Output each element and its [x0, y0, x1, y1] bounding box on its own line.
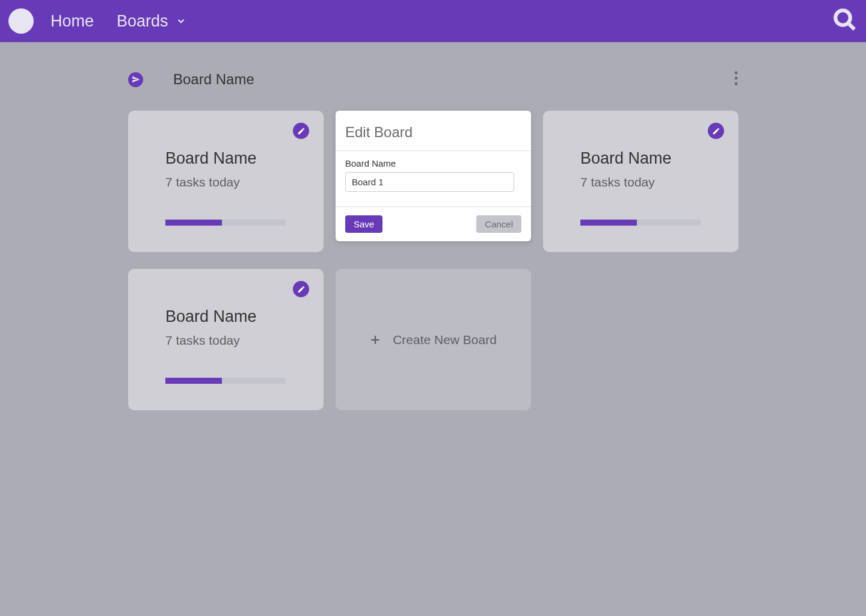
- board-card[interactable]: Board Name 7 tasks today: [128, 269, 324, 410]
- edit-modal-title: Edit Board: [345, 124, 521, 141]
- search-icon[interactable]: [832, 7, 858, 35]
- create-board-card[interactable]: Create New Board: [336, 269, 531, 410]
- board-name-input[interactable]: [345, 172, 514, 192]
- progress-fill: [165, 378, 222, 384]
- edit-button[interactable]: [293, 123, 309, 139]
- board-title: Board Name: [173, 71, 254, 88]
- top-navbar: Home Boards: [0, 0, 866, 42]
- nav-boards[interactable]: Boards: [117, 12, 186, 31]
- progress-bar: [165, 378, 286, 384]
- progress-bar: [580, 220, 701, 226]
- edit-board-modal: Edit Board Board Name Save Cancel: [336, 111, 531, 241]
- board-header: Board Name: [128, 71, 738, 88]
- progress-fill: [580, 220, 637, 226]
- progress-fill: [165, 220, 222, 226]
- cancel-button[interactable]: Cancel: [476, 215, 521, 233]
- edit-button[interactable]: [708, 123, 724, 139]
- edit-modal-header: Edit Board: [336, 111, 531, 151]
- card-title: Board Name: [165, 307, 306, 326]
- nav-home[interactable]: Home: [51, 12, 94, 31]
- cards-grid: Board Name 7 tasks today Edit Board Boar…: [128, 111, 738, 410]
- nav-boards-label: Boards: [117, 12, 168, 31]
- board-card[interactable]: Board Name 7 tasks today: [543, 111, 739, 252]
- svg-point-3: [735, 77, 738, 80]
- main-content: Board Name Board Name 7 tasks today Edit…: [0, 42, 866, 410]
- svg-line-1: [849, 23, 855, 29]
- edit-modal-footer: Save Cancel: [336, 207, 531, 241]
- board-name-label: Board Name: [345, 158, 521, 168]
- logo-icon[interactable]: [8, 8, 34, 34]
- card-subtitle: 7 tasks today: [580, 175, 720, 189]
- svg-point-2: [735, 72, 738, 75]
- card-subtitle: 7 tasks today: [165, 175, 306, 189]
- board-card[interactable]: Board Name 7 tasks today: [128, 111, 324, 252]
- chevron-down-icon: [176, 16, 186, 26]
- svg-point-4: [735, 82, 738, 85]
- edit-button[interactable]: [293, 281, 309, 297]
- plus-icon: [370, 334, 381, 345]
- more-options-icon[interactable]: [734, 71, 738, 88]
- create-board-label: Create New Board: [393, 333, 497, 347]
- save-button[interactable]: Save: [345, 215, 382, 233]
- progress-bar: [165, 220, 286, 226]
- edit-modal-body: Board Name: [336, 151, 531, 207]
- card-title: Board Name: [580, 149, 720, 168]
- card-title: Board Name: [165, 149, 306, 168]
- card-subtitle: 7 tasks today: [165, 333, 306, 348]
- svg-point-0: [835, 10, 850, 25]
- board-icon: [128, 72, 143, 87]
